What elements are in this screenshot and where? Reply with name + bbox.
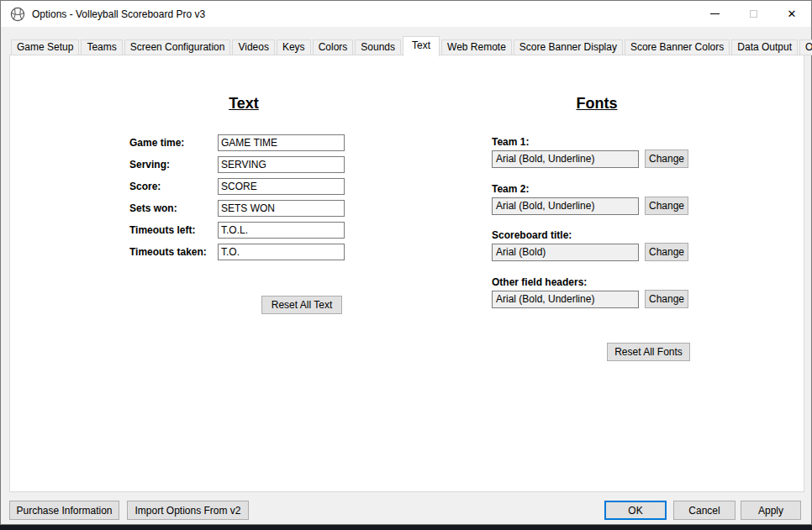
timeouts-left-input[interactable] (218, 222, 345, 239)
tab-web-remote[interactable]: Web Remote (441, 39, 512, 55)
tab-data-output[interactable]: Data Output (731, 39, 798, 55)
purchase-information-button[interactable]: Purchase Information (9, 501, 119, 520)
other-field-headers-font-value: Arial (Bold, Underline) (492, 291, 639, 308)
tab-bar: Game Setup Teams Screen Configuration Vi… (11, 36, 812, 55)
team-1-font-value: Arial (Bold, Underline) (492, 150, 639, 168)
serving-input[interactable] (218, 156, 345, 173)
reset-all-text-button[interactable]: Reset All Text (261, 296, 342, 314)
maximize-icon (750, 10, 757, 18)
text-fields-group: Game time: Serving: Score: Sets won: Tim… (129, 134, 352, 265)
text-row-timeouts-left: Timeouts left: (129, 222, 352, 239)
tab-sounds[interactable]: Sounds (355, 39, 401, 55)
scoreboard-title-font-value: Arial (Bold) (492, 244, 639, 261)
ok-button[interactable]: OK (604, 501, 667, 520)
tab-videos[interactable]: Videos (232, 39, 274, 55)
desktop-background-strip (0, 525, 812, 530)
team-2-change-button[interactable]: Change (645, 197, 688, 215)
tab-text[interactable]: Text (403, 36, 440, 56)
tab-keys[interactable]: Keys (277, 39, 311, 55)
timeouts-left-label: Timeouts left: (129, 224, 218, 236)
reset-all-fonts-button[interactable]: Reset All Fonts (607, 343, 690, 361)
timeouts-taken-label: Timeouts taken: (129, 246, 218, 258)
tab-game-setup[interactable]: Game Setup (11, 39, 79, 55)
game-time-label: Game time: (129, 137, 218, 149)
import-options-from-v2-button[interactable]: Import Options From v2 (127, 501, 249, 520)
minimize-button[interactable] (695, 1, 734, 27)
window-title: Options - Volleyball Scoreboard Pro v3 (32, 8, 205, 20)
text-tab-panel: Text Fonts Game time: Serving: Score: Se… (9, 55, 804, 492)
other-field-headers-change-button[interactable]: Change (645, 290, 688, 308)
titlebar: Options - Volleyball Scoreboard Pro v3 ✕ (1, 1, 811, 27)
text-row-timeouts-taken: Timeouts taken: (129, 244, 352, 260)
tab-score-banner-colors[interactable]: Score Banner Colors (625, 39, 730, 55)
volleyball-icon (10, 7, 25, 22)
tab-screen-configuration[interactable]: Screen Configuration (124, 39, 231, 55)
text-section-heading: Text (119, 95, 368, 113)
tab-other[interactable]: Other (799, 39, 812, 55)
other-field-headers-font-label: Other field headers: (492, 276, 698, 288)
team-2-font-value: Arial (Bold, Underline) (492, 197, 639, 215)
serving-label: Serving: (129, 159, 218, 171)
font-group-scoreboard-title: Scoreboard title: Arial (Bold) Change (492, 229, 698, 261)
options-dialog: Options - Volleyball Scoreboard Pro v3 ✕… (0, 0, 812, 525)
cancel-button[interactable]: Cancel (673, 501, 736, 520)
text-row-sets-won: Sets won: (129, 200, 352, 217)
fonts-section-heading: Fonts (472, 95, 721, 113)
tab-teams[interactable]: Teams (81, 39, 122, 55)
sets-won-input[interactable] (218, 200, 345, 217)
font-group-team-1: Team 1: Arial (Bold, Underline) Change (492, 136, 698, 168)
text-row-score: Score: (129, 178, 352, 195)
apply-button[interactable]: Apply (741, 501, 801, 520)
timeouts-taken-input[interactable] (218, 244, 345, 260)
score-input[interactable] (218, 178, 345, 195)
score-label: Score: (129, 181, 218, 192)
text-row-serving: Serving: (129, 156, 352, 173)
team-1-change-button[interactable]: Change (645, 150, 688, 168)
tab-score-banner-display[interactable]: Score Banner Display (514, 39, 623, 55)
game-time-input[interactable] (218, 134, 345, 151)
minimize-icon (710, 13, 720, 14)
caption-buttons: ✕ (695, 1, 811, 27)
scoreboard-title-change-button[interactable]: Change (645, 243, 688, 261)
tab-colors[interactable]: Colors (313, 39, 354, 55)
text-row-game-time: Game time: (129, 134, 352, 151)
font-group-other-field-headers: Other field headers: Arial (Bold, Underl… (492, 276, 698, 308)
scoreboard-title-font-label: Scoreboard title: (492, 229, 698, 241)
font-group-team-2: Team 2: Arial (Bold, Underline) Change (492, 183, 698, 215)
maximize-button (734, 1, 772, 27)
close-button[interactable]: ✕ (772, 1, 811, 27)
team-1-font-label: Team 1: (492, 136, 698, 148)
team-2-font-label: Team 2: (492, 183, 698, 195)
sets-won-label: Sets won: (129, 202, 218, 214)
close-icon: ✕ (788, 8, 797, 19)
